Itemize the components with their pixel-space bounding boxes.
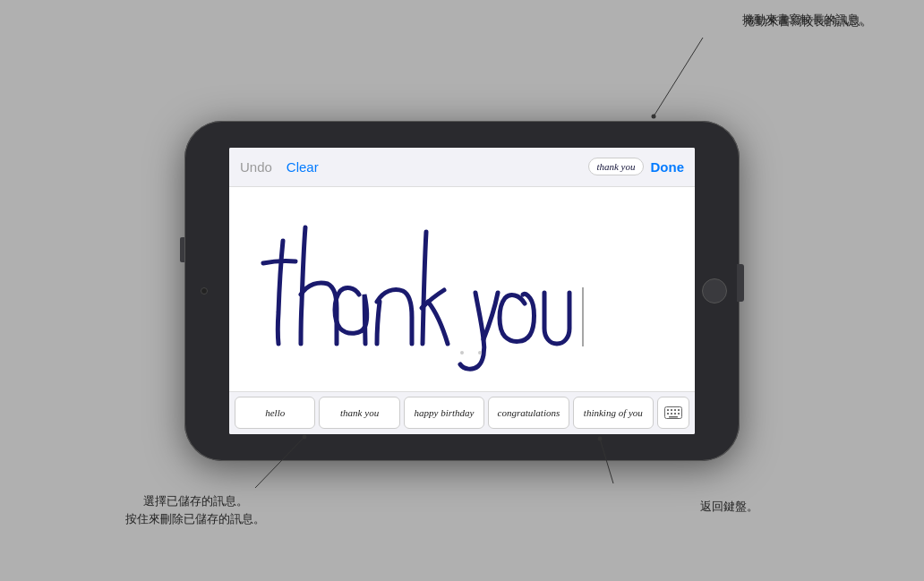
svg-rect-9 xyxy=(671,413,672,414)
svg-rect-8 xyxy=(667,413,669,414)
screen: Undo Clear thank you Done xyxy=(229,148,695,434)
svg-rect-10 xyxy=(674,413,676,414)
front-camera xyxy=(201,287,208,295)
suggestion-thank-you[interactable]: thank you xyxy=(319,397,399,429)
suggestions-bar: hello thank you happy birthday congratul… xyxy=(229,391,695,434)
annotation-saved-2: 按住來刪除已儲存的訊息。 xyxy=(125,510,265,528)
annotation-saved-1: 選擇已儲存的訊息。 xyxy=(125,492,265,510)
home-button[interactable] xyxy=(702,278,727,303)
preview-bubble: thank you xyxy=(588,158,643,175)
annotation-bottom-left-container: 選擇已儲存的訊息。 按住來刪除已儲存的訊息。 xyxy=(125,492,265,527)
annotation-keyboard-text: 返回鍵盤。 xyxy=(700,500,758,513)
clear-button[interactable]: Clear xyxy=(287,159,319,175)
side-button-right xyxy=(737,264,744,302)
done-button[interactable]: Done xyxy=(651,159,685,175)
topbar-left: Undo Clear xyxy=(240,159,319,175)
handwriting-canvas xyxy=(229,187,695,391)
suggestion-congratulations[interactable]: congratulations xyxy=(488,397,569,429)
device: Undo Clear thank you Done xyxy=(184,121,740,461)
svg-rect-12 xyxy=(669,416,678,418)
svg-point-1 xyxy=(460,351,464,355)
keyboard-icon xyxy=(664,406,682,419)
annotation-top-right-container: 捲動來書寫較長的訊息。 xyxy=(744,13,872,30)
svg-point-2 xyxy=(478,351,482,355)
suggestion-thinking-of-you[interactable]: thinking of you xyxy=(573,397,654,429)
svg-rect-4 xyxy=(667,409,669,411)
drawing-area[interactable] xyxy=(229,187,695,391)
svg-rect-5 xyxy=(671,409,672,411)
svg-rect-7 xyxy=(678,409,680,411)
topbar: Undo Clear thank you Done xyxy=(229,148,695,187)
scene: 捲動來書寫較長的訊息。 Undo Clear thank you Done xyxy=(0,0,924,581)
suggestion-happy-birthday[interactable]: happy birthday xyxy=(404,397,484,429)
svg-point-14 xyxy=(652,115,656,119)
side-button-left xyxy=(180,237,184,262)
keyboard-toggle-button[interactable] xyxy=(657,397,689,429)
topbar-right: thank you Done xyxy=(588,158,684,175)
annotation-top-right-text: 捲動來書寫較長的訊息。 xyxy=(742,13,870,26)
svg-rect-11 xyxy=(678,413,680,414)
undo-button[interactable]: Undo xyxy=(240,159,272,175)
svg-rect-6 xyxy=(674,409,676,411)
annotation-bottom-right-container: 返回鍵盤。 xyxy=(700,498,758,516)
suggestion-hello[interactable]: hello xyxy=(235,397,315,429)
annotation-top-right: 捲動來書寫較長的訊息。 xyxy=(742,11,870,29)
annotation-scroll-text: 捲動來書寫較長的訊息。 xyxy=(744,14,872,28)
svg-line-13 xyxy=(654,38,703,116)
